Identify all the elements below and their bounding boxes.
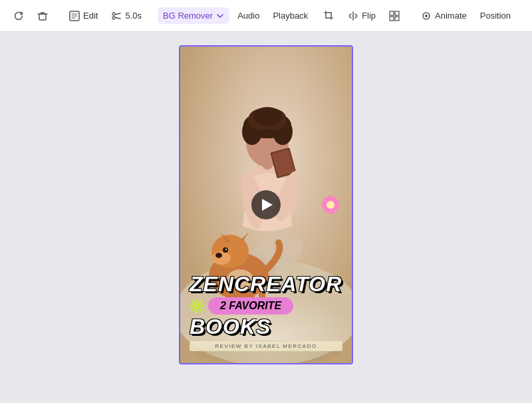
crop-icon <box>324 11 334 21</box>
scissors-button[interactable]: 5.0s <box>106 7 147 25</box>
chevron-down-icon <box>216 12 224 20</box>
duration-label: 5.0s <box>125 11 142 21</box>
svg-rect-7 <box>395 17 399 21</box>
books-title: BOOKS <box>190 316 271 337</box>
flower-decoration <box>319 193 342 217</box>
grid-icon <box>389 11 400 21</box>
animate-label: Animate <box>435 11 467 21</box>
bg-remover-label: BG Remover <box>163 11 213 21</box>
canvas-area: ZENCREATOR 2 FAVORITE BOOKS REVIEW BY IS… <box>0 32 532 403</box>
zencreator-title: ZENCREATOR <box>190 273 342 295</box>
star-left-icon <box>190 299 204 313</box>
svg-point-48 <box>327 201 334 209</box>
svg-point-23 <box>253 107 282 126</box>
play-button[interactable] <box>251 190 281 219</box>
svg-rect-6 <box>390 17 394 21</box>
books-row: BOOKS <box>190 316 342 337</box>
playback-button[interactable]: Playback <box>267 7 313 24</box>
trash-icon <box>37 11 48 21</box>
audio-button[interactable]: Audio <box>232 7 265 24</box>
edit-label: Edit <box>83 11 98 21</box>
svg-point-9 <box>425 15 428 17</box>
trash-button[interactable] <box>32 7 53 25</box>
edit-icon <box>69 11 80 21</box>
animate-icon <box>421 11 432 21</box>
toolbar: Edit 5.0s BG Remover Audio Playback Flip <box>0 0 532 32</box>
edit-button[interactable]: Edit <box>64 7 103 25</box>
bg-remover-button[interactable]: BG Remover <box>158 7 229 24</box>
flip-label: Flip <box>362 11 376 21</box>
bg-grid-button[interactable] <box>384 7 405 25</box>
svg-rect-4 <box>390 11 394 15</box>
crop-button[interactable] <box>319 7 340 25</box>
svg-rect-0 <box>39 14 46 20</box>
playback-label: Playback <box>273 11 308 21</box>
audio-label: Audio <box>237 11 259 21</box>
video-card[interactable]: ZENCREATOR 2 FAVORITE BOOKS REVIEW BY IS… <box>179 45 353 364</box>
flip-icon <box>348 11 358 21</box>
pill-row: 2 FAVORITE <box>190 297 342 315</box>
position-label: Position <box>480 11 511 21</box>
refresh-button[interactable] <box>8 7 29 25</box>
svg-point-30 <box>212 251 231 265</box>
svg-point-31 <box>215 253 222 258</box>
scissors-icon <box>111 11 122 21</box>
flip-button[interactable]: Flip <box>342 7 381 25</box>
pill-text: 2 FAVORITE <box>208 297 293 315</box>
refresh-icon <box>13 11 24 21</box>
svg-point-2 <box>112 13 115 15</box>
animate-button[interactable]: Animate <box>416 7 472 25</box>
svg-point-33 <box>225 249 227 250</box>
more-button[interactable] <box>527 7 532 25</box>
card-overlay: ZENCREATOR 2 FAVORITE BOOKS REVIEW BY IS… <box>180 265 352 363</box>
position-button[interactable]: Position <box>475 7 516 24</box>
review-text: REVIEW BY ISABEL MERCADO <box>190 341 342 351</box>
svg-point-3 <box>112 17 115 19</box>
play-icon <box>262 199 273 211</box>
svg-rect-5 <box>395 11 399 15</box>
svg-point-32 <box>223 247 228 253</box>
